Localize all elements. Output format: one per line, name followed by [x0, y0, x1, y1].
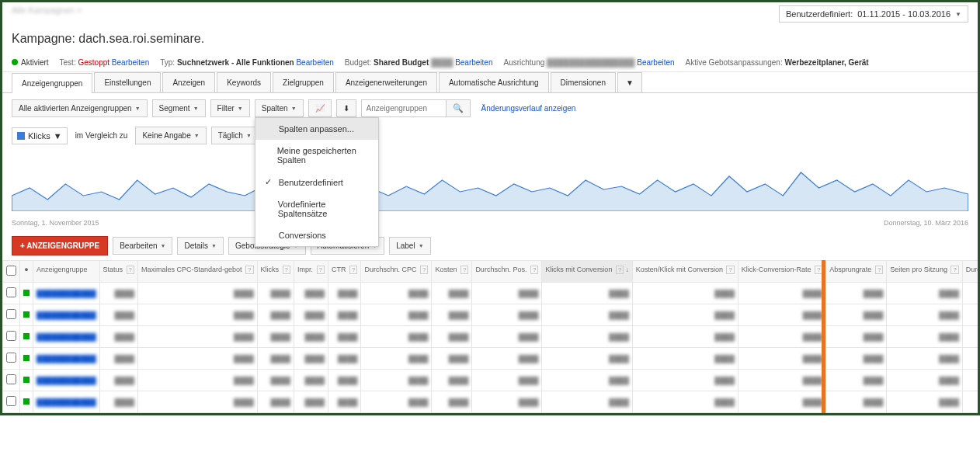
col-header[interactable]: Klick-Conversion-Rate ? [738, 261, 825, 283]
chart-icon-button[interactable]: 📈 [308, 99, 332, 117]
col-header[interactable]: Durchschn. Sitzungsdauer (Sekunden) ? [962, 261, 978, 283]
adgroup-link[interactable]: ████████████ [36, 333, 96, 341]
search-input[interactable] [361, 99, 447, 117]
tab-zielgruppen[interactable]: Zielgruppen [273, 72, 334, 92]
col-header[interactable]: CTR ? [328, 261, 360, 283]
table-cell: ████ [887, 283, 963, 304]
tab-einstellungen[interactable]: Einstellungen [94, 72, 161, 92]
table-cell: ████████████ [33, 304, 100, 326]
table-cell: ████ [328, 326, 360, 348]
menu-vordefinierte[interactable]: Vordefinierte Spaltensätze [255, 193, 378, 224]
col-header[interactable]: Impr. ? [294, 261, 328, 283]
date-range-picker[interactable]: Benutzerdefiniert: 01.11.2015 - 10.03.20… [779, 5, 968, 23]
help-icon[interactable]: ? [245, 266, 253, 274]
row-checkbox[interactable] [6, 396, 16, 406]
col-header[interactable]: Kosten/Klick mit Conversion ? [632, 261, 738, 283]
tab-dimensionen[interactable]: Dimensionen [551, 72, 616, 92]
menu-conversions[interactable]: Conversions [255, 224, 378, 246]
col-header[interactable]: Seiten pro Sitzung ? [887, 261, 963, 283]
spalten-button[interactable]: Spalten▼ [255, 99, 304, 117]
line-chart [12, 157, 968, 211]
adgroup-link[interactable]: ████████████ [36, 377, 96, 384]
table-cell: ████ [257, 283, 294, 304]
help-icon[interactable]: ? [127, 266, 134, 274]
col-header[interactable]: Durchschn. CPC ? [361, 261, 432, 283]
table-cell: ████ [361, 283, 432, 304]
table-cell: ████ [738, 391, 825, 413]
adgroup-link[interactable]: ████████████ [36, 290, 96, 297]
status-dot-icon [23, 311, 30, 318]
menu-spalten-anpassen[interactable]: Spalten anpassen... [255, 118, 378, 140]
col-header[interactable] [3, 261, 20, 283]
row-checkbox[interactable] [6, 309, 16, 319]
tab-anzeigen[interactable]: Anzeigen [162, 72, 215, 92]
filter-aktivierte-button[interactable]: Alle aktivierten Anzeigengruppen▼ [12, 99, 148, 117]
col-header[interactable]: Durchschn. Pos. ? [472, 261, 542, 283]
help-icon[interactable]: ? [950, 266, 958, 274]
edit-budget-link[interactable]: Bearbeiten [455, 58, 492, 67]
download-button[interactable]: ⬇ [336, 99, 356, 117]
add-anzeigengruppe-button[interactable]: + ANZEIGENGRUPPE [12, 236, 108, 255]
col-header[interactable]: Maximales CPC-Standard-gebot ? [138, 261, 258, 283]
adgroup-link[interactable]: ████████████ [36, 311, 96, 319]
col-header[interactable]: Kosten ? [432, 261, 472, 283]
col-header[interactable]: Klicks ? [257, 261, 294, 283]
details-button[interactable]: Details▼ [177, 237, 224, 255]
edit-typ-link[interactable]: Bearbeiten [296, 58, 333, 67]
edit-test-link[interactable]: Bearbeiten [112, 58, 149, 67]
col-header[interactable]: Status ? [99, 261, 137, 283]
filter-button[interactable]: Filter▼ [210, 99, 250, 117]
actions-row: + ANZEIGENGRUPPE Bearbeiten▼ Details▼ Ge… [2, 231, 978, 260]
help-icon[interactable]: ? [460, 266, 468, 274]
row-checkbox[interactable] [6, 374, 16, 384]
metric-klicks-chip[interactable]: Klicks▼ [12, 127, 68, 144]
select-all-checkbox[interactable] [6, 266, 16, 276]
help-icon[interactable]: ? [420, 266, 428, 274]
row-checkbox[interactable] [6, 287, 16, 297]
search-button[interactable]: 🔍 [447, 99, 471, 117]
row-checkbox[interactable] [6, 331, 16, 341]
table-cell: ████ [542, 326, 633, 348]
help-icon[interactable]: ? [349, 266, 357, 274]
col-header[interactable]: Anzeigengruppe [33, 261, 100, 283]
help-icon[interactable]: ? [283, 266, 290, 274]
vergleich-metric-button[interactable]: Keine Angabe▼ [135, 127, 206, 144]
page-title: Kampagne: dach.sea.roi.seminare. [2, 26, 978, 54]
status-dot-icon [23, 333, 30, 339]
sort-arrow-icon: ↓ [626, 266, 629, 273]
tab-anzeigenerweiterungen[interactable]: Anzeigenerweiterungen [335, 72, 437, 92]
adgroup-link[interactable]: ████████████ [36, 355, 96, 363]
tab-keywords[interactable]: Keywords [217, 72, 271, 92]
segment-button[interactable]: Segment▼ [152, 99, 206, 117]
edit-ausrichtung-link[interactable]: Bearbeiten [637, 58, 674, 67]
table-cell: ████████████ [33, 326, 100, 348]
help-icon[interactable]: ? [726, 266, 734, 274]
color-square-icon [17, 132, 25, 140]
help-icon[interactable]: ? [317, 266, 325, 274]
label-button[interactable]: Label▼ [389, 237, 430, 255]
table-cell: ████ [99, 283, 137, 304]
aenderungsverlauf-link[interactable]: Änderungsverlauf anzeigen [481, 104, 576, 113]
table-cell: ████ [632, 304, 738, 326]
adgroup-link[interactable]: ████████████ [36, 398, 96, 406]
tab-automatische-ausrichtung[interactable]: Automatische Ausrichtung [439, 72, 549, 92]
table-cell: ████ [472, 326, 542, 348]
table-cell: ████ [361, 391, 432, 413]
col-header[interactable]: Klicks mit Conversion ? ↓ [542, 261, 633, 283]
row-checkbox[interactable] [6, 353, 16, 363]
tab-anzeigengruppen[interactable]: Anzeigengruppen [12, 73, 92, 93]
help-icon[interactable]: ? [616, 266, 624, 274]
col-header[interactable]: ● [20, 261, 33, 283]
menu-benutzerdefiniert[interactable]: ✓Benutzerdefiniert [255, 171, 378, 193]
help-icon[interactable]: ? [530, 266, 538, 274]
tab-more[interactable]: ▼ [617, 72, 642, 92]
granularity-button[interactable]: Täglich▼ [211, 127, 259, 144]
campaign-label: Kampagne: [12, 32, 75, 45]
table-row: ████████████████████████████████████████… [3, 370, 978, 391]
table-cell: ████ [138, 304, 258, 326]
bearbeiten-button[interactable]: Bearbeiten▼ [113, 237, 172, 255]
menu-meine-gespeicherten[interactable]: Meine gespeicherten Spalten [255, 140, 378, 171]
help-icon[interactable]: ? [815, 266, 822, 274]
col-header[interactable]: Absprungrate ? [826, 261, 887, 283]
help-icon[interactable]: ? [875, 266, 883, 274]
